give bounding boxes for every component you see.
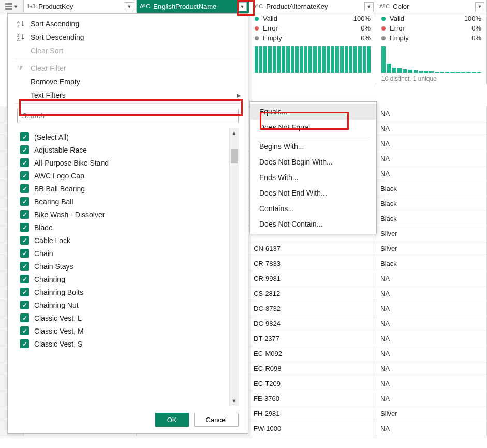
cell[interactable]: CR-9981 (249, 271, 376, 286)
filter-value-item[interactable]: ✓BB Ball Bearing (17, 182, 229, 195)
sort-ascending-item[interactable]: AZ Sort Ascending (8, 17, 248, 31)
text-filter-option[interactable]: Does Not Begin With... (250, 154, 376, 170)
cell[interactable]: EC-T209 (249, 376, 376, 391)
filter-values-list[interactable]: ✓(Select All)✓Adjustable Race✓All-Purpos… (17, 128, 229, 406)
remove-empty-item[interactable]: Remove Empty (8, 75, 248, 88)
filter-value-item[interactable]: ✓Adjustable Race (17, 143, 229, 156)
cell[interactable]: CR-7833 (249, 256, 376, 271)
filter-value-item[interactable]: ✓Bearing Ball (17, 195, 229, 208)
distribution-summary (249, 75, 376, 84)
cancel-button[interactable]: Cancel (194, 413, 239, 427)
column-header-productalternatekey[interactable]: AᴮC ProductAlternateKey ▼ (249, 0, 376, 13)
scroll-up-button[interactable]: ▲ (230, 128, 239, 138)
filter-value-item[interactable]: ✓AWC Logo Cap (17, 169, 229, 182)
filter-value-item[interactable]: ✓Blade (17, 221, 229, 234)
cell[interactable]: DC-9824 (249, 316, 376, 331)
cell[interactable]: NA (376, 391, 487, 406)
column-header-englishproductname[interactable]: AᴮC EnglishProductName ▼ (137, 0, 249, 13)
cell[interactable]: DT-2377 (249, 331, 376, 346)
cell[interactable]: NA (376, 121, 487, 136)
column-filter-dropdown[interactable]: ▼ (364, 2, 374, 11)
cell[interactable]: Silver (376, 226, 487, 241)
cell[interactable]: EC-M092 (249, 346, 376, 361)
sort-descending-item[interactable]: ZA Sort Descending (8, 31, 248, 44)
cell[interactable]: Black (376, 196, 487, 211)
scroll-thumb[interactable] (231, 149, 238, 163)
table-corner[interactable]: ▼ (0, 0, 24, 13)
cell[interactable]: CS-2812 (249, 286, 376, 301)
filter-value-item[interactable]: ✓Classic Vest, M (17, 324, 229, 337)
checkbox-icon[interactable]: ✓ (20, 171, 29, 180)
filter-value-item[interactable]: ✓Chainring (17, 273, 229, 286)
cell[interactable]: FH-2981 (249, 406, 376, 421)
text-filter-option[interactable]: Does Not Contain... (250, 216, 376, 232)
filter-value-item[interactable]: ✓Classic Vest, L (17, 311, 229, 324)
cell[interactable]: NA (376, 331, 487, 346)
column-header-productkey[interactable]: 1₂3 ProductKey ▼ (24, 0, 137, 13)
column-filter-dropdown[interactable]: ▼ (475, 2, 484, 11)
scroll-down-button[interactable]: ▼ (230, 396, 239, 406)
filter-value-item[interactable]: ✓Chainring Bolts (17, 286, 229, 298)
cell[interactable]: NA (376, 286, 487, 301)
text-filter-option[interactable]: Does Not End With... (250, 185, 376, 201)
checkbox-icon[interactable]: ✓ (20, 210, 29, 219)
text-filter-option[interactable]: Equals... (250, 104, 376, 120)
ok-button[interactable]: OK (155, 413, 189, 427)
text-filter-option[interactable]: Does Not Equal... (250, 120, 376, 135)
filter-value-item[interactable]: ✓Bike Wash - Dissolver (17, 208, 229, 221)
text-filter-option[interactable]: Ends With... (250, 170, 376, 185)
cell[interactable]: NA (376, 136, 487, 151)
checkbox-icon[interactable]: ✓ (20, 145, 29, 154)
checkbox-icon[interactable]: ✓ (20, 223, 29, 232)
checkbox-icon[interactable]: ✓ (20, 184, 29, 193)
cell[interactable]: Black (376, 181, 487, 196)
column-filter-dropdown[interactable]: ▼ (125, 2, 134, 11)
column-filter-dropdown[interactable]: ▼ (238, 2, 247, 11)
filter-list-scrollbar[interactable]: ▲ ▼ (229, 128, 239, 406)
cell[interactable]: NA (376, 421, 487, 436)
cell[interactable]: NA (376, 166, 487, 181)
checkbox-icon[interactable]: ✓ (20, 275, 29, 283)
checkbox-icon[interactable]: ✓ (20, 197, 29, 206)
checkbox-icon[interactable]: ✓ (20, 339, 29, 348)
cell[interactable]: NA (376, 316, 487, 331)
cell[interactable]: NA (376, 151, 487, 166)
filter-value-item[interactable]: ✓Chainring Nut (17, 298, 229, 311)
checkbox-icon[interactable]: ✓ (20, 262, 29, 271)
cell[interactable]: NA (376, 301, 487, 316)
checkbox-icon[interactable]: ✓ (20, 326, 29, 335)
cell[interactable]: Black (376, 256, 487, 271)
filter-value-item[interactable]: ✓Chain Stays (17, 260, 229, 273)
cell[interactable]: DC-8732 (249, 301, 376, 316)
cell[interactable]: Silver (376, 406, 487, 421)
filter-search-input[interactable] (17, 109, 239, 123)
cell[interactable]: Silver (376, 241, 487, 256)
checkbox-icon[interactable]: ✓ (20, 236, 29, 245)
filter-value-item[interactable]: ✓Classic Vest, S (17, 337, 229, 350)
checkbox-icon[interactable]: ✓ (20, 158, 29, 167)
cell[interactable]: NA (376, 361, 487, 376)
checkbox-icon[interactable]: ✓ (20, 249, 29, 258)
text-filters-item[interactable]: Text Filters ▶ (8, 88, 248, 102)
filter-value-item[interactable]: ✓All-Purpose Bike Stand (17, 156, 229, 169)
cell[interactable]: CN-6137 (249, 241, 376, 256)
filter-value-item[interactable]: ✓Cable Lock (17, 234, 229, 247)
cell[interactable]: FW-1000 (249, 421, 376, 436)
cell[interactable]: Black (376, 211, 487, 226)
text-filter-option[interactable]: Begins With... (250, 139, 376, 154)
cell[interactable]: EC-R098 (249, 361, 376, 376)
checkbox-icon[interactable]: ✓ (20, 301, 29, 309)
checkbox-icon[interactable]: ✓ (20, 288, 29, 296)
checkbox-icon[interactable]: ✓ (20, 132, 29, 141)
cell[interactable]: NA (376, 106, 487, 121)
table-icon (5, 3, 12, 10)
cell[interactable]: NA (376, 346, 487, 361)
filter-value-item[interactable]: ✓Chain (17, 247, 229, 260)
filter-value-item[interactable]: ✓(Select All) (17, 130, 229, 143)
cell[interactable]: NA (376, 376, 487, 391)
text-filter-option[interactable]: Contains... (250, 201, 376, 216)
checkbox-icon[interactable]: ✓ (20, 313, 29, 322)
column-header-color[interactable]: AᴮC Color ▼ (376, 0, 487, 13)
cell[interactable]: FE-3760 (249, 391, 376, 406)
cell[interactable]: NA (376, 271, 487, 286)
